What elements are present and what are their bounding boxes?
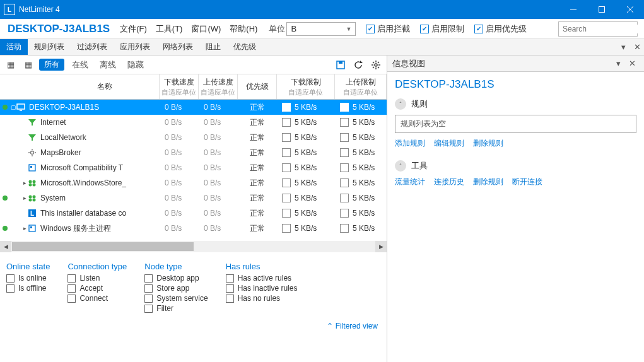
info-dropdown-button[interactable]: ▾ [611,59,625,68]
filter-online[interactable]: 在线 [68,58,92,72]
row-down-limit[interactable]: 5 KB/s [277,103,335,112]
refresh-icon[interactable] [351,58,365,72]
row-down-limit[interactable]: 5 KB/s [277,194,335,202]
row-down-limit[interactable]: 5 KB/s [277,163,335,172]
checkbox-icon[interactable] [282,209,291,218]
filter-system-service[interactable]: System service [144,294,208,303]
link-edit-rule[interactable]: 编辑规则 [434,138,464,149]
row-down-limit[interactable]: 5 KB/s [277,178,335,187]
menu-file[interactable]: 文件(F) [116,21,151,37]
h-scrollbar[interactable]: ◀ ▶ [0,241,387,252]
menu-tools[interactable]: 工具(T) [152,21,187,37]
checkbox-icon[interactable] [340,103,349,112]
row-up-limit[interactable]: 5 KB/s [335,163,387,172]
tab-close-button[interactable]: ✕ [630,39,644,55]
enable-priority-check[interactable]: 启用优先级 [474,23,527,35]
row-up-limit[interactable]: 5 KB/s [335,178,387,187]
filter-is-offline[interactable]: Is offline [6,284,50,293]
row-priority[interactable]: 正常 [238,132,277,143]
checkbox-icon[interactable] [282,178,291,187]
enable-limit-check[interactable]: 启用限制 [420,23,464,35]
link-traffic-stats[interactable]: 流量统计 [395,177,425,187]
row-down-limit[interactable]: 5 KB/s [277,118,335,127]
filtered-view-toggle[interactable]: ⌃ Filtered view [0,319,387,333]
checkbox-icon[interactable] [340,118,349,127]
col-priority[interactable]: 优先级 [246,81,269,92]
row-up-limit[interactable]: 5 KB/s [335,103,387,112]
grid-icon-2[interactable]: ▦ [21,58,35,72]
checkbox-icon[interactable] [282,133,291,142]
row-down-limit[interactable]: 5 KB/s [277,224,335,233]
col-up-speed[interactable]: 上传速度 [203,77,233,88]
table-row[interactable]: MapsBroker 0 B/s 0 B/s 正常 5 KB/s 5 KB/s [0,145,387,160]
link-delete-rule[interactable]: 删除规则 [473,138,503,149]
table-row[interactable]: LocalNetwork 0 B/s 0 B/s 正常 5 KB/s 5 KB/… [0,130,387,145]
search-input[interactable] [563,25,644,33]
scroll-right-icon[interactable]: ▶ [375,241,387,252]
maximize-button[interactable] [587,0,616,19]
scroll-left-icon[interactable]: ◀ [0,241,11,252]
section-tools-header[interactable]: ˆ工具 [395,160,636,172]
filter-offline[interactable]: 离线 [96,58,120,72]
grid-icon[interactable]: ▦ [4,58,18,72]
checkbox-icon[interactable] [340,209,349,218]
close-button[interactable] [616,0,644,19]
checkbox-icon[interactable] [340,178,349,187]
col-down-limit[interactable]: 下载限制 [291,77,321,88]
tab-rules[interactable]: 规则列表 [28,39,71,55]
row-priority[interactable]: 正常 [238,193,277,204]
table-row[interactable]: Microsoft Compatibility T 0 B/s 0 B/s 正常… [0,160,387,175]
checkbox-icon[interactable] [340,133,349,142]
filter-desktop-app[interactable]: Desktop app [144,274,208,283]
row-up-limit[interactable]: 5 KB/s [335,118,387,127]
expand-icon[interactable]: ▸ [21,195,28,201]
search-box[interactable] [558,21,638,37]
expand-icon[interactable]: ▸ [21,180,28,186]
checkbox-icon[interactable] [282,194,291,202]
save-icon[interactable] [334,58,348,72]
filter-filter[interactable]: Filter [144,304,208,313]
row-up-limit[interactable]: 5 KB/s [335,209,387,218]
row-priority[interactable]: 正常 [238,178,277,189]
filter-has-none[interactable]: Has no rules [226,294,298,303]
row-priority[interactable]: 正常 [238,102,277,113]
row-priority[interactable]: 正常 [238,208,277,219]
section-rules-header[interactable]: ˆ规则 [395,98,636,110]
col-name[interactable]: 名称 [97,81,112,92]
tab-networks[interactable]: 网络列表 [156,39,199,55]
row-up-limit[interactable]: 5 KB/s [335,133,387,142]
link-delete-rule2[interactable]: 删除规则 [473,177,503,187]
expand-icon[interactable]: ▢ [10,104,16,110]
menu-window[interactable]: 窗口(W) [187,21,225,37]
row-priority[interactable]: 正常 [238,148,277,158]
row-up-limit[interactable]: 5 KB/s [335,148,387,157]
minimize-button[interactable] [559,0,587,19]
table-row[interactable]: ▸ Microsoft.WindowsStore_ 0 B/s 0 B/s 正常… [0,175,387,190]
enable-block-check[interactable]: 启用拦截 [366,23,410,35]
checkbox-icon[interactable] [282,163,291,172]
checkbox-icon[interactable] [282,224,291,233]
checkbox-icon[interactable] [282,118,291,127]
unit-select[interactable]: B ▼ [286,22,356,36]
filter-accept[interactable]: Accept [67,284,127,293]
tab-activity[interactable]: 活动 [0,39,28,55]
row-down-limit[interactable]: 5 KB/s [277,209,335,218]
row-up-limit[interactable]: 5 KB/s [335,194,387,202]
checkbox-icon[interactable] [282,148,291,157]
tab-priority[interactable]: 优先级 [227,39,262,55]
table-row[interactable]: ▸ System 0 B/s 0 B/s 正常 5 KB/s 5 KB/s [0,190,387,206]
table-row[interactable]: ▸ Windows 服务主进程 0 B/s 0 B/s 正常 5 KB/s 5 … [0,221,387,236]
link-disconnect[interactable]: 断开连接 [512,177,542,187]
expand-icon[interactable]: ▸ [21,225,28,231]
row-priority[interactable]: 正常 [238,117,277,128]
settings-icon[interactable] [369,58,383,72]
scroll-thumb[interactable] [12,242,194,251]
filter-store-app[interactable]: Store app [144,284,208,293]
menu-help[interactable]: 帮助(H) [226,21,261,37]
checkbox-icon[interactable] [340,224,349,233]
filter-has-active[interactable]: Has active rules [226,274,298,283]
table-row[interactable]: ▢ DESKTOP-J3ALB1S 0 B/s 0 B/s 正常 5 KB/s … [0,100,387,115]
filter-is-online[interactable]: Is online [6,274,50,283]
row-priority[interactable]: 正常 [238,163,277,173]
col-up-limit[interactable]: 上传限制 [346,77,376,88]
